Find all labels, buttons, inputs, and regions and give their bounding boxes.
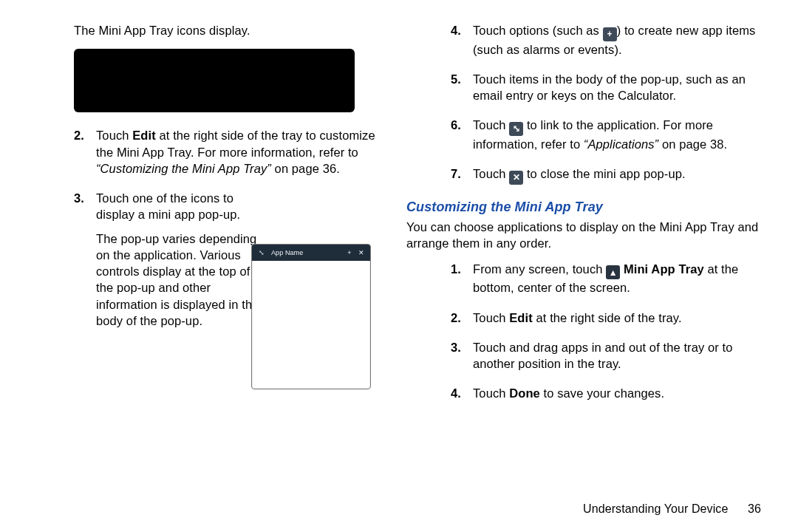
expand-diagonal-icon: ⤡ <box>255 248 268 257</box>
step-7: 7. Touch ✕ to close the mini app pop-up. <box>451 166 761 185</box>
step-text: Touch one of the icons to display a mini… <box>96 190 266 329</box>
step-text: Touch Done to save your changes. <box>473 386 664 400</box>
close-icon: ✕ <box>355 248 367 257</box>
customize-step-3: 3. Touch and drag apps in and out of the… <box>451 339 761 372</box>
plus-icon: + <box>603 27 617 41</box>
customize-step-2: 2. Touch Edit at the right side of the t… <box>451 310 761 326</box>
step-2: 2. Touch Edit at the right side of the t… <box>74 127 384 177</box>
step-number: 3. <box>74 190 84 206</box>
page-number: 36 <box>748 502 761 515</box>
footer-section: Understanding Your Device <box>583 502 728 515</box>
step-number: 2. <box>451 310 461 326</box>
expand-diagonal-icon: ⤡ <box>509 122 523 136</box>
customize-step-4: 4. Touch Done to save your changes. <box>451 385 761 401</box>
chevron-up-icon: ▲ <box>606 265 620 279</box>
step-number: 1. <box>451 261 461 277</box>
step-number: 6. <box>451 117 461 133</box>
step-text: Touch ✕ to close the mini app pop-up. <box>473 167 686 180</box>
step-6: 6. Touch ⤡ to link to the application. F… <box>451 117 761 152</box>
page-footer: Understanding Your Device 36 <box>583 501 761 517</box>
tray-screenshot-placeholder <box>74 49 355 112</box>
step-5: 5. Touch items in the body of the pop-up… <box>451 71 761 104</box>
intro-text: The Mini App Tray icons display. <box>74 22 384 38</box>
step-number: 2. <box>74 127 84 143</box>
step-text: Touch ⤡ to link to the application. For … <box>473 118 727 151</box>
step-number: 7. <box>451 166 461 182</box>
step-text: Touch Edit at the right side of the tray… <box>473 311 682 324</box>
right-column: 4. Touch options (such as +) to create n… <box>406 22 761 415</box>
step-text: Touch options (such as +) to create new … <box>473 24 755 56</box>
close-icon: ✕ <box>509 171 523 185</box>
popup-title: App Name <box>268 248 344 257</box>
step-number: 5. <box>451 71 461 87</box>
step-number: 3. <box>451 339 461 355</box>
step-text: From any screen, touch ▲ Mini App Tray a… <box>473 262 738 295</box>
step-number: 4. <box>451 385 461 401</box>
step-4: 4. Touch options (such as +) to create n… <box>451 22 761 58</box>
step-text: Touch items in the body of the pop-up, s… <box>473 72 746 102</box>
step-text: Touch Edit at the right side of the tray… <box>96 129 375 175</box>
popup-header: ⤡ App Name + ✕ <box>252 245 370 261</box>
step-number: 4. <box>451 22 461 38</box>
section-heading: Customizing the Mini App Tray <box>406 198 761 216</box>
step-text: Touch and drag apps in and out of the tr… <box>473 341 733 370</box>
customize-step-1: 1. From any screen, touch ▲ Mini App Tra… <box>451 261 761 296</box>
plus-icon: + <box>344 248 355 257</box>
section-body: You can choose applications to display o… <box>406 219 761 252</box>
mini-app-popup-figure: ⤡ App Name + ✕ <box>251 244 371 389</box>
